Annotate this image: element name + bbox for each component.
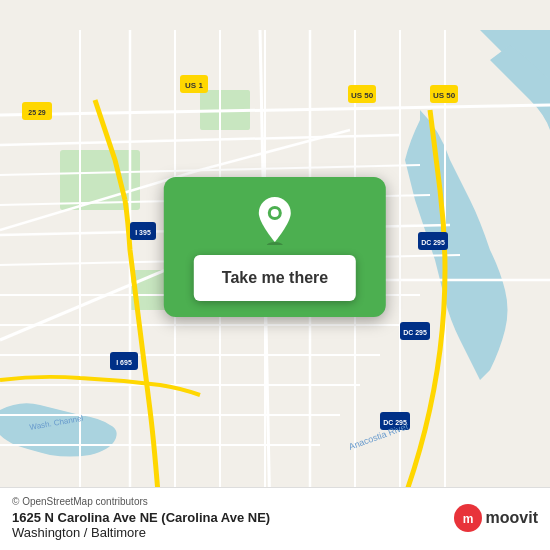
moovit-branding: m moovit bbox=[454, 504, 538, 532]
svg-point-52 bbox=[267, 242, 283, 245]
svg-text:25 29: 25 29 bbox=[28, 109, 46, 116]
svg-text:I 695: I 695 bbox=[116, 359, 132, 366]
svg-text:DC 295: DC 295 bbox=[403, 329, 427, 336]
address-info: © OpenStreetMap contributors 1625 N Caro… bbox=[12, 496, 454, 540]
svg-text:m: m bbox=[462, 512, 473, 526]
address-main: 1625 N Carolina Ave NE (Carolina Ave NE) bbox=[12, 510, 454, 525]
info-bar: © OpenStreetMap contributors 1625 N Caro… bbox=[0, 487, 550, 550]
location-popup: Take me there bbox=[164, 177, 386, 317]
svg-text:US 50: US 50 bbox=[351, 91, 374, 100]
svg-point-54 bbox=[271, 209, 279, 217]
osm-credit: © OpenStreetMap contributors bbox=[12, 496, 454, 507]
take-me-there-button[interactable]: Take me there bbox=[194, 255, 356, 301]
svg-text:DC 295: DC 295 bbox=[421, 239, 445, 246]
svg-text:I 395: I 395 bbox=[135, 229, 151, 236]
location-pin-icon bbox=[255, 197, 295, 245]
map-container: US 1 US 50 US 50 25 29 I 395 DC 295 DC 2… bbox=[0, 0, 550, 550]
moovit-name: moovit bbox=[486, 509, 538, 527]
svg-text:US 50: US 50 bbox=[433, 91, 456, 100]
osm-text: © OpenStreetMap contributors bbox=[12, 496, 148, 507]
address-city: Washington / Baltimore bbox=[12, 525, 454, 540]
svg-text:US 1: US 1 bbox=[185, 81, 203, 90]
moovit-logo-icon: m bbox=[454, 504, 482, 532]
